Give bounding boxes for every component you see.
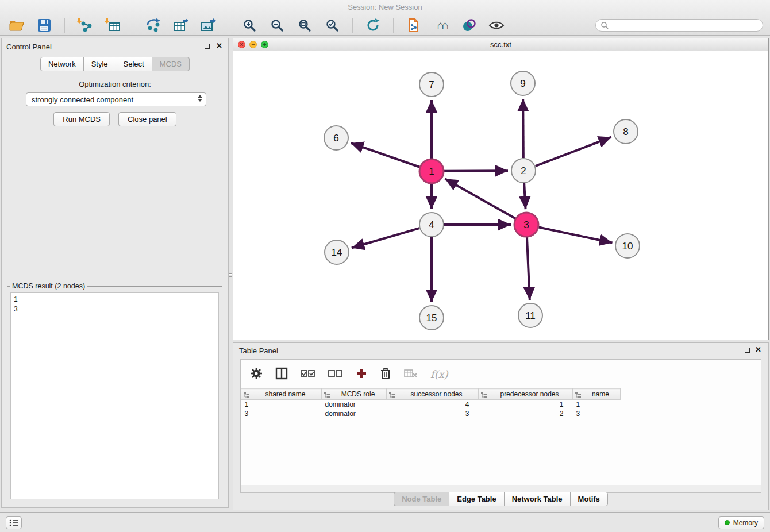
tab-motifs[interactable]: Motifs: [570, 492, 608, 506]
deselect-all-button[interactable]: [328, 369, 343, 380]
export-network-button[interactable]: [144, 17, 163, 34]
column-header-name[interactable]: name: [573, 389, 621, 400]
graph-node-label: 3: [523, 219, 529, 230]
table-cell[interactable]: 3: [387, 409, 479, 418]
graph-node-label: 1: [429, 166, 434, 177]
graph-edge-3-1[interactable]: [445, 179, 515, 218]
table-cell[interactable]: 3: [573, 409, 621, 418]
column-type-icon: [324, 391, 330, 398]
graph-edge-1-6[interactable]: [351, 143, 419, 167]
close-panel-button[interactable]: Close panel: [118, 112, 176, 126]
table-cell[interactable]: 3: [241, 409, 322, 418]
mcds-result-list[interactable]: 13: [10, 292, 219, 499]
control-panel-title: Control Panel: [6, 43, 52, 51]
export-image-button[interactable]: [199, 17, 218, 34]
select-all-button[interactable]: [301, 369, 315, 380]
column-type-icon: [480, 391, 487, 398]
run-mcds-button[interactable]: Run MCDS: [53, 112, 110, 126]
table-cell[interactable]: 2: [479, 409, 573, 418]
delete-column-button[interactable]: [380, 367, 391, 381]
apply-style-button[interactable]: [459, 17, 479, 34]
tab-select[interactable]: Select: [116, 57, 152, 71]
plus-icon: [356, 368, 367, 379]
graph-node-label: 8: [623, 126, 628, 137]
tab-mcds[interactable]: MCDS: [152, 57, 190, 71]
zoom-selected-button[interactable]: [322, 17, 342, 34]
graph-edge-3-11[interactable]: [527, 237, 530, 300]
show-hide-button[interactable]: [487, 17, 506, 34]
task-history-button[interactable]: [6, 516, 22, 529]
float-panel-icon[interactable]: [745, 348, 750, 353]
float-panel-icon[interactable]: [205, 44, 210, 49]
import-network-icon: [77, 18, 93, 33]
save-icon: [37, 18, 51, 32]
table-cell[interactable]: 1: [573, 400, 621, 409]
graph-edge-2-9[interactable]: [523, 99, 523, 158]
table-row[interactable]: 1dominator411: [241, 400, 621, 409]
tab-network-table[interactable]: Network Table: [504, 492, 571, 506]
checked-boxes-icon: [301, 369, 315, 378]
window-chrome: Session: New Session: [0, 0, 770, 36]
maximize-window-icon[interactable]: [261, 41, 268, 48]
tab-edge-table[interactable]: Edge Table: [449, 492, 504, 506]
show-columns-button[interactable]: [275, 367, 288, 381]
clone-network-button[interactable]: [404, 17, 424, 34]
criterion-dropdown-value: strongly connected component: [32, 95, 133, 104]
table-toolbar: f(x): [241, 360, 761, 388]
memory-button[interactable]: Memory: [718, 516, 764, 529]
zoom-fit-button[interactable]: [295, 17, 314, 34]
graph-edge-2-3[interactable]: [524, 183, 525, 209]
table-settings-button[interactable]: [250, 367, 263, 381]
graph-edge-2-8[interactable]: [536, 137, 611, 167]
close-panel-icon[interactable]: [755, 345, 761, 354]
search-icon: [600, 21, 609, 29]
panel-splitter[interactable]: [229, 38, 233, 512]
table-cell[interactable]: 1: [241, 400, 322, 409]
delete-table-button: [404, 368, 418, 380]
column-header-successor-nodes[interactable]: successor nodes: [387, 389, 479, 400]
table-cell[interactable]: 4: [387, 400, 479, 409]
column-header-shared-name[interactable]: shared name: [241, 389, 322, 400]
close-window-icon[interactable]: [238, 41, 245, 48]
tab-node-table[interactable]: Node Table: [394, 492, 449, 506]
home-icon: ⌂⌂: [437, 18, 445, 32]
tab-network[interactable]: Network: [40, 57, 84, 71]
criterion-dropdown[interactable]: strongly connected component: [26, 92, 206, 106]
close-panel-icon[interactable]: [216, 41, 222, 50]
graph-edge-3-10[interactable]: [539, 228, 613, 243]
search-box[interactable]: [595, 19, 763, 32]
search-input[interactable]: [611, 21, 758, 30]
tab-style[interactable]: Style: [83, 57, 116, 71]
add-column-button[interactable]: [356, 368, 367, 381]
column-header-predecessor-nodes[interactable]: predecessor nodes: [479, 389, 573, 400]
network-document-icon: [406, 18, 421, 33]
zoom-in-icon: [242, 18, 256, 32]
export-table-button[interactable]: [171, 17, 191, 34]
import-table-button[interactable]: [103, 17, 122, 34]
graph-edge-1-2[interactable]: [444, 171, 508, 171]
table-row[interactable]: 3dominator323: [241, 409, 621, 418]
column-header-mcds-role[interactable]: MCDS role: [322, 389, 387, 400]
graph-node-label: 2: [521, 165, 526, 176]
table-panel-header: Table Panel: [233, 343, 768, 358]
import-network-button[interactable]: [75, 17, 95, 34]
table-cell[interactable]: dominator: [322, 409, 387, 418]
zoom-in-button[interactable]: [240, 17, 259, 34]
minimize-window-icon[interactable]: [249, 41, 257, 48]
unchecked-boxes-icon: [328, 369, 343, 378]
open-session-button[interactable]: [7, 17, 26, 34]
graph-node-label: 11: [525, 310, 536, 321]
network-graph[interactable]: 1234678910111415: [233, 51, 768, 340]
network-canvas[interactable]: 1234678910111415: [233, 51, 768, 340]
refresh-layout-button[interactable]: [363, 17, 383, 34]
home-view-button[interactable]: ⌂⌂: [432, 17, 451, 34]
table-cell[interactable]: 1: [479, 400, 573, 409]
table-tabs: Node Table Edge Table Network Table Moti…: [233, 492, 768, 506]
save-session-button[interactable]: [34, 17, 54, 34]
refresh-icon: [365, 18, 380, 33]
zoom-out-button[interactable]: [267, 17, 287, 34]
column-type-icon: [575, 391, 582, 398]
table-cell[interactable]: dominator: [322, 400, 387, 409]
graph-edge-4-14[interactable]: [352, 228, 419, 248]
open-folder-icon: [9, 18, 24, 32]
